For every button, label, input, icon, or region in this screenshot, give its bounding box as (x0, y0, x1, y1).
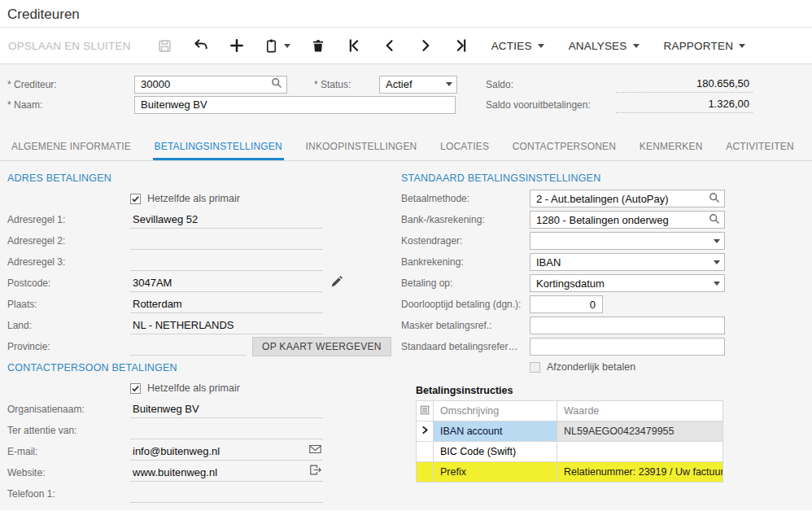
betalingsinstructies-table: Omschrijving Waarde IBAN account NL59AEG… (416, 400, 723, 483)
undo-button[interactable] (183, 33, 219, 59)
land-field[interactable]: NL - NETHERLANDS (130, 317, 323, 334)
grid-settings-header[interactable] (417, 401, 434, 421)
title-bar: Crediteuren (0, 0, 812, 27)
external-link-icon[interactable] (310, 465, 321, 478)
cell-waarde[interactable] (557, 442, 723, 462)
doorlooptijd-label: Doorlooptijd betaling (dgn.): (401, 299, 530, 310)
undo-icon (193, 37, 209, 54)
rapporten-menu[interactable]: RAPPORTEN (664, 40, 746, 52)
row-selector-cell[interactable] (417, 421, 434, 442)
edit-postcode-button[interactable] (330, 275, 343, 291)
toolbar: OPSLAAN EN SLUITEN (0, 27, 812, 64)
table-row[interactable]: BIC Code (Swift) (417, 442, 723, 462)
rapporten-menu-label: RAPPORTEN (664, 40, 734, 52)
table-row[interactable]: IBAN account NL59AEGO0423479955 (417, 421, 723, 442)
go-next-button[interactable] (408, 33, 443, 59)
organisatienaam-field[interactable]: Buitenweg BV (130, 400, 323, 418)
save-icon (157, 38, 172, 54)
search-icon[interactable] (271, 77, 282, 91)
cell-omschrijving[interactable]: Prefix (434, 462, 557, 483)
search-icon[interactable] (709, 213, 720, 227)
email-label: E-mail: (7, 446, 130, 457)
betaalmethode-field[interactable]: 2 - Aut.betalingen (AutoPay) (530, 190, 725, 207)
add-button[interactable] (219, 33, 255, 59)
chevron-down-icon (633, 44, 640, 48)
doorlooptijd-field[interactable]: 0 (530, 295, 603, 313)
tab-betalingsinstellingen[interactable]: BETALINGSINSTELLINGEN (153, 133, 284, 160)
hetzelfde-als-primair-checkbox[interactable] (130, 194, 141, 204)
tab-activiteiten[interactable]: ACTIVITEITEN (724, 133, 796, 160)
cell-omschrijving[interactable]: IBAN account (434, 421, 557, 442)
row-selector-cell[interactable] (417, 462, 434, 483)
tab-contactpersonen[interactable]: CONTACTPERSONEN (511, 133, 618, 160)
naam-field[interactable]: Buitenweg BV (134, 96, 456, 114)
bank-kasrekening-field[interactable]: 1280 - Betalingen onderweg (530, 211, 725, 229)
contact-hetzelfde-als-primair-checkbox[interactable] (130, 383, 141, 394)
next-record-icon (417, 37, 434, 54)
telefoon1-field[interactable] (130, 485, 323, 503)
analyses-menu[interactable]: ANALYSES (569, 40, 640, 52)
plaats-field[interactable]: Rotterdam (130, 295, 323, 313)
chevron-down-icon (714, 239, 720, 243)
grid-settings-icon (420, 406, 430, 417)
ter-attentie-van-field[interactable] (130, 421, 323, 439)
standaard-betalingsref-field[interactable] (530, 338, 725, 356)
adresregel3-field[interactable] (130, 253, 323, 271)
tab-kenmerken[interactable]: KENMERKEN (638, 133, 705, 160)
summary-area: * Crediteur: 30000 * Status: Actief * Na (0, 64, 812, 131)
afzonderlijk-betalen-checkbox[interactable] (530, 362, 540, 373)
kostendrager-select[interactable] (530, 232, 725, 250)
website-field[interactable]: www.buitenweg.nl (130, 464, 323, 482)
adresregel1-field[interactable]: Sevillaweg 52 (130, 211, 323, 229)
tab-locaties[interactable]: LOCATIES (439, 133, 491, 160)
email-field[interactable]: info@buitenweg.nl (130, 443, 323, 461)
organisatienaam-value: Buitenweg BV (133, 403, 199, 415)
go-first-button[interactable] (336, 33, 372, 59)
telefoon1-label: Telefoon 1: (7, 488, 130, 500)
saldo-value: 180.656,50 (616, 76, 753, 93)
bank-kasrekening-label: Bank-/kasrekening: (401, 214, 530, 225)
postcode-value: 3047AM (133, 277, 172, 289)
tab-algemene-informatie[interactable]: ALGEMENE INFORMATIE (10, 133, 133, 160)
envelope-icon[interactable] (309, 444, 321, 456)
delete-button[interactable] (300, 33, 336, 59)
cell-waarde[interactable]: NL59AEGO0423479955 (557, 421, 723, 442)
crediteur-field[interactable]: 30000 (134, 76, 287, 94)
plaats-value: Rotterdam (133, 298, 182, 310)
cell-omschrijving[interactable]: BIC Code (Swift) (434, 442, 557, 462)
contactpersoon-betalingen-header: CONTACTPERSOON BETALINGEN (7, 357, 393, 378)
land-value: NL - NETHERLANDS (133, 319, 234, 331)
save-button[interactable] (147, 33, 183, 59)
adresregel2-field[interactable] (130, 232, 323, 250)
go-previous-button[interactable] (372, 33, 408, 59)
status-label: * Status: (314, 79, 379, 90)
acties-menu[interactable]: ACTIES (491, 40, 544, 52)
pencil-icon (330, 276, 343, 290)
op-kaart-weergeven-button[interactable]: OP KAART WEERGEVEN (252, 337, 391, 356)
bankrekening-select[interactable]: IBAN (530, 253, 725, 271)
betaling-op-select[interactable]: Kortingsdatum (530, 274, 725, 292)
postcode-label: Postcode: (7, 277, 130, 289)
chevron-down-icon (739, 44, 745, 48)
masker-betalingsref-field[interactable] (530, 317, 725, 334)
provincie-field[interactable] (130, 338, 246, 356)
status-select[interactable]: Actief (379, 76, 457, 94)
row-selector-cell[interactable] (417, 442, 434, 462)
postcode-field[interactable]: 3047AM (130, 274, 323, 292)
page-title: Crediteuren (7, 7, 812, 23)
go-last-button[interactable] (443, 33, 479, 59)
column-header-waarde[interactable]: Waarde (557, 401, 723, 421)
masker-betalingsref-label: Masker betalingsref.: (401, 320, 530, 331)
column-header-omschrijving[interactable]: Omschrijving (434, 401, 557, 421)
crediteur-label: * Crediteur: (7, 79, 134, 90)
search-icon[interactable] (709, 192, 720, 206)
save-and-close-button[interactable]: OPSLAAN EN SLUITEN (5, 40, 139, 52)
clipboard-menu-caret-icon (284, 44, 290, 48)
table-row-highlighted[interactable]: Prefix Relatienummer: 23919 / Uw factuur… (417, 462, 723, 483)
tab-inkoopinstellingen[interactable]: INKOOPINSTELLINGEN (303, 133, 418, 160)
clipboard-button[interactable] (255, 33, 300, 59)
adresregel3-label: Adresregel 3: (7, 256, 130, 268)
clipboard-icon (264, 38, 279, 54)
ter-attentie-van-label: Ter attentie van: (7, 425, 130, 436)
cell-waarde[interactable]: Relatienummer: 23919 / Uw factuur: (557, 462, 723, 483)
